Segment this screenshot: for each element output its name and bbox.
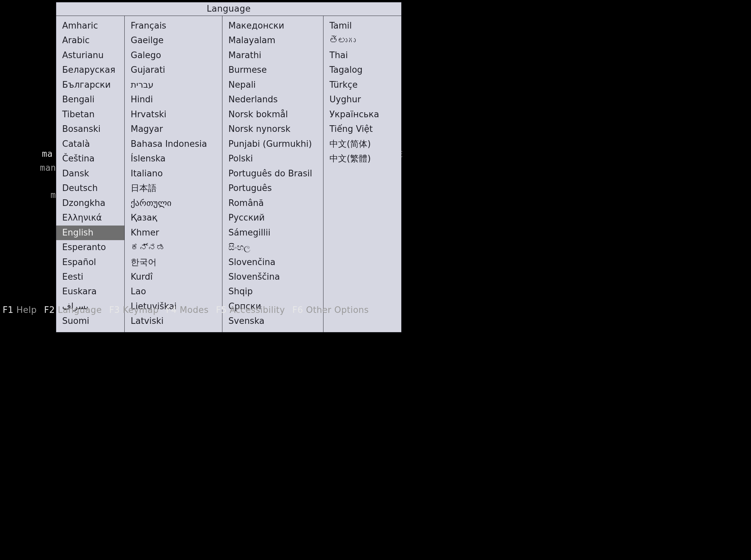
fkey-f6[interactable]: F6 Other Options	[292, 305, 369, 315]
language-option[interactable]: Tagalog	[324, 63, 401, 77]
language-option[interactable]: Русский	[223, 211, 323, 225]
language-option[interactable]: Português	[223, 181, 323, 196]
language-option[interactable]: Nepali	[223, 78, 323, 92]
language-option[interactable]: Dzongkha	[56, 196, 124, 211]
language-option[interactable]: Polski	[223, 152, 323, 166]
language-option[interactable]: Galego	[125, 48, 222, 63]
language-option[interactable]: Bosanski	[56, 122, 124, 137]
fkey-label: Accessibility	[227, 305, 285, 315]
language-option[interactable]: Íslenska	[125, 152, 222, 166]
language-option[interactable]: Slovenčina	[223, 255, 323, 270]
language-option[interactable]: Latviski	[125, 314, 222, 328]
language-option[interactable]: Euskara	[56, 284, 124, 299]
language-option[interactable]: Eesti	[56, 270, 124, 284]
language-option[interactable]: Hrvatski	[125, 107, 222, 122]
dialog-title: Language	[56, 2, 401, 16]
language-option[interactable]: తెలుగు	[324, 33, 401, 48]
fkey-label: Language	[55, 305, 102, 315]
language-option[interactable]: Tiếng Việt	[324, 122, 401, 137]
fkey-key: F4	[166, 305, 177, 315]
language-option[interactable]: Македонски	[223, 19, 323, 33]
fkey-key: F6	[292, 305, 303, 315]
fkey-f4[interactable]: F4 Modes	[166, 305, 209, 315]
language-option[interactable]: Norsk bokmål	[223, 107, 323, 122]
language-option[interactable]: Lao	[125, 284, 222, 299]
background-text: m	[51, 190, 56, 200]
language-option[interactable]: Malayalam	[223, 33, 323, 48]
language-option[interactable]: ಕನ್ನಡ	[125, 240, 222, 255]
fkey-f5[interactable]: F5 Accessibility	[216, 305, 285, 315]
language-option[interactable]: Bengali	[56, 92, 124, 107]
language-option[interactable]: Burmese	[223, 63, 323, 77]
language-option[interactable]: עברית	[125, 78, 222, 92]
language-option[interactable]: Tamil	[324, 19, 401, 33]
language-option[interactable]: Asturianu	[56, 48, 124, 63]
language-option[interactable]: Italiano	[125, 166, 222, 181]
language-option[interactable]: Bahasa Indonesia	[125, 137, 222, 152]
fkey-key: F2	[44, 305, 55, 315]
language-option[interactable]: Thai	[324, 48, 401, 63]
language-option[interactable]: Gaeilge	[125, 33, 222, 48]
language-option[interactable]: Shqip	[223, 284, 323, 299]
language-option[interactable]: Українська	[324, 107, 401, 122]
background-text: ma	[42, 149, 53, 159]
language-option[interactable]: Magyar	[125, 122, 222, 137]
fkey-key: F1	[3, 305, 14, 315]
fkey-key: F3	[109, 305, 120, 315]
language-option[interactable]: Čeština	[56, 152, 124, 166]
background-text: man	[40, 163, 56, 173]
language-option[interactable]: Khmer	[125, 225, 222, 240]
fkey-label: Help	[14, 305, 37, 315]
language-option[interactable]: Kurdî	[125, 270, 222, 284]
language-option[interactable]: Deutsch	[56, 181, 124, 196]
language-option[interactable]: Amharic	[56, 19, 124, 33]
language-column-4: TamilతెలుగుThaiTagalogTürkçeUyghurУкраїн…	[324, 16, 401, 332]
language-option[interactable]: Gujarati	[125, 63, 222, 77]
language-option[interactable]: Esperanto	[56, 240, 124, 255]
fkey-key: F5	[216, 305, 227, 315]
language-option[interactable]: Uyghur	[324, 92, 401, 107]
language-option[interactable]: 日本語	[125, 181, 222, 196]
language-option[interactable]: Ελληνικά	[56, 211, 124, 225]
language-column-1: AmharicArabicAsturianuБеларускаяБългарск…	[56, 16, 125, 332]
language-option[interactable]: Svenska	[223, 314, 323, 328]
language-option[interactable]: 中文(简体)	[324, 137, 401, 152]
language-dialog: Language AmharicArabicAsturianuБеларуска…	[56, 2, 402, 333]
language-option[interactable]: Română	[223, 196, 323, 211]
language-option[interactable]: Беларуская	[56, 63, 124, 77]
language-option[interactable]: Português do Brasil	[223, 166, 323, 181]
language-option[interactable]: Suomi	[56, 314, 124, 328]
fkey-f3[interactable]: F3 Keymap	[109, 305, 158, 315]
language-option[interactable]: Dansk	[56, 166, 124, 181]
fkey-label: Modes	[177, 305, 209, 315]
fkey-f2[interactable]: F2 Language	[44, 305, 102, 315]
language-column-3: МакедонскиMalayalamMarathiBurmeseNepaliN…	[223, 16, 324, 332]
function-key-bar: F1 HelpF2 LanguageF3 KeymapF4 ModesF5 Ac…	[3, 305, 423, 315]
language-option[interactable]: Български	[56, 78, 124, 92]
fkey-f1[interactable]: F1 Help	[3, 305, 37, 315]
fkey-label: Other Options	[303, 305, 369, 315]
language-columns: AmharicArabicAsturianuБеларускаяБългарск…	[56, 16, 401, 332]
language-column-2: FrançaisGaeilgeGalegoGujaratiעבריתHindiH…	[125, 16, 223, 332]
language-option[interactable]: Español	[56, 255, 124, 270]
language-option[interactable]: Nederlands	[223, 92, 323, 107]
language-option[interactable]: සිංහල	[223, 240, 323, 255]
language-option[interactable]: Hindi	[125, 92, 222, 107]
language-option[interactable]: Català	[56, 137, 124, 152]
language-option[interactable]: Punjabi (Gurmukhi)	[223, 137, 323, 152]
language-option[interactable]: Marathi	[223, 48, 323, 63]
language-option[interactable]: English	[56, 225, 124, 240]
language-option[interactable]: Norsk nynorsk	[223, 122, 323, 137]
language-option[interactable]: Sámegillii	[223, 225, 323, 240]
language-option[interactable]: ქართული	[125, 196, 222, 211]
language-option[interactable]: Қазақ	[125, 211, 222, 225]
language-option[interactable]: Français	[125, 19, 222, 33]
language-option[interactable]: Arabic	[56, 33, 124, 48]
language-option[interactable]: 中文(繁體)	[324, 152, 401, 166]
language-option[interactable]: Slovenščina	[223, 270, 323, 284]
language-option[interactable]: Türkçe	[324, 78, 401, 92]
fkey-label: Keymap	[120, 305, 159, 315]
language-option[interactable]: 한국어	[125, 255, 222, 270]
language-option[interactable]: Tibetan	[56, 107, 124, 122]
